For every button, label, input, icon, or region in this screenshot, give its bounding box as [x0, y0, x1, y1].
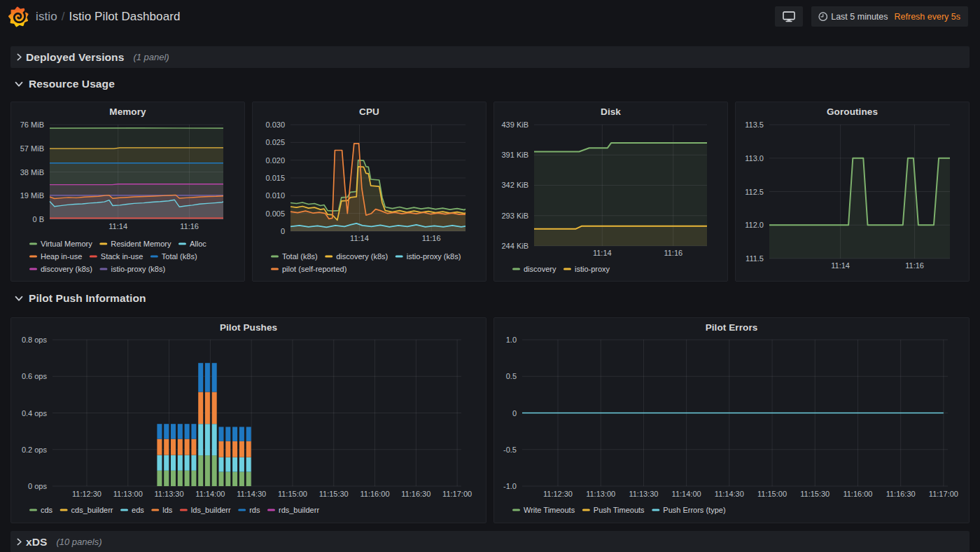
legend-item[interactable]: Total (k8s)	[282, 252, 318, 261]
y-axis-label: 0.6 ops	[22, 372, 48, 380]
legend-marker	[151, 509, 159, 511]
bar-segment-eds	[178, 455, 183, 471]
legend-item[interactable]: rds_builderr	[279, 506, 319, 514]
x-axis-label: 11:15:30	[800, 490, 830, 498]
bar-segment-cds	[239, 472, 244, 486]
legend-marker	[178, 242, 186, 244]
legend-item[interactable]: pilot (self-reported)	[282, 265, 346, 273]
x-axis-label: 11:15:00	[278, 490, 307, 498]
bar-segment-cds	[212, 455, 217, 486]
legend-item[interactable]: Resident Memory	[111, 240, 172, 248]
bar-segment-rds	[198, 363, 203, 392]
panel-pilot-pushes: Pilot Pushes 0 ops0.2 ops0.4 ops0.6 ops0…	[10, 317, 486, 523]
y-axis-label: 19 MiB	[20, 191, 44, 200]
bar-segment-rds	[225, 427, 230, 441]
top-nav: istio / Istio Pilot Dashboard Last 5 min	[0, 0, 980, 33]
y-axis-label: 0.005	[265, 209, 285, 218]
legend-marker	[60, 509, 68, 511]
row-xds[interactable]: xDS (10 panels)	[10, 531, 969, 552]
x-axis-label: 11:14	[831, 261, 850, 270]
grafana-logo[interactable]	[8, 6, 29, 27]
kiosk-mode-button[interactable]	[775, 6, 803, 27]
bar-segment-cds	[198, 455, 203, 486]
bar-segment-lds	[157, 439, 162, 455]
row-pilot-push-information[interactable]: Pilot Push Information	[10, 288, 969, 309]
legend-item[interactable]: Write Timeouts	[524, 506, 575, 514]
breadcrumb-folder[interactable]: istio	[36, 10, 57, 24]
y-axis-label: 0	[281, 227, 285, 235]
row-panel-count: (1 panel)	[133, 52, 169, 62]
row-resource-usage[interactable]: Resource Usage	[10, 74, 969, 95]
bar-segment-rds	[157, 424, 162, 439]
x-axis-label: 11:13:30	[629, 490, 658, 498]
legend-item[interactable]: discovery	[524, 265, 556, 273]
x-axis-label: 11:17:00	[442, 490, 472, 498]
legend-item[interactable]: lds_builderr	[191, 506, 231, 514]
time-range-picker[interactable]: Last 5 minutes	[811, 6, 892, 27]
bar-segment-eds	[219, 457, 224, 472]
x-axis-label: 11:14:30	[715, 490, 744, 498]
legend-item[interactable]: Virtual Memory	[41, 240, 92, 248]
legend-item[interactable]: Push Timeouts	[594, 506, 645, 514]
legend-item[interactable]: Heap in-use	[41, 252, 82, 261]
bar-segment-rds	[164, 424, 169, 439]
y-axis-label: 76 MiB	[20, 120, 44, 129]
legend-marker	[271, 268, 279, 270]
y-axis-label: 244 KiB	[501, 242, 528, 250]
y-axis-label: 0.030	[265, 120, 285, 129]
bar-segment-lds	[171, 439, 176, 455]
legend-item[interactable]: cds	[41, 506, 53, 514]
legend-marker	[29, 255, 37, 257]
chevron-down-icon	[10, 81, 29, 88]
y-axis-label: 0 ops	[28, 482, 47, 490]
refresh-label: Refresh every 5s	[895, 12, 960, 22]
row-deployed-versions[interactable]: Deployed Versions (1 panel)	[10, 46, 969, 68]
refresh-interval-button[interactable]: Refresh every 5s	[892, 6, 968, 27]
legend-marker	[99, 242, 107, 244]
legend-marker	[90, 255, 97, 257]
legend-item[interactable]: istio-proxy (k8s)	[111, 265, 165, 273]
bar-segment-eds	[239, 457, 244, 472]
legend-item[interactable]: cds_builderr	[71, 506, 113, 514]
bar-segment-lds	[178, 439, 183, 455]
x-axis-label: 11:14	[108, 222, 127, 230]
panel-title[interactable]: Pilot Pushes	[11, 318, 486, 335]
legend-item[interactable]: Push Errors (type)	[663, 506, 725, 514]
legend-item[interactable]: istio-proxy (k8s)	[407, 252, 461, 261]
breadcrumb-separator: /	[62, 10, 65, 24]
legend-item[interactable]: eds	[132, 506, 144, 514]
panel-title[interactable]: Disk	[494, 102, 727, 119]
x-axis-label: 11:15:30	[319, 490, 349, 498]
chevron-right-icon	[16, 53, 26, 62]
legend-item[interactable]: Stack in-use	[101, 252, 144, 261]
legend-item[interactable]: lds	[162, 506, 173, 514]
panel-title[interactable]: CPU	[253, 102, 486, 119]
panel-disk: Disk 244 KiB293 KiB342 KiB391 KiB439 KiB…	[493, 102, 728, 282]
legend-item[interactable]: discovery (k8s)	[41, 265, 92, 273]
y-axis-label: 293 KiB	[501, 212, 528, 220]
x-axis-label: 11:13:00	[586, 490, 615, 498]
page-title[interactable]: Istio Pilot Dashboard	[69, 10, 181, 24]
panel-title[interactable]: Memory	[11, 102, 244, 119]
panel-memory: Memory 0 B19 MiB38 MiB57 MiB76 MiB11:141…	[10, 102, 245, 282]
x-axis-label: 11:16	[422, 234, 441, 242]
bar-segment-eds	[212, 424, 217, 455]
legend-marker	[271, 255, 279, 257]
legend-item[interactable]: rds	[249, 506, 260, 514]
panel-title[interactable]: Pilot Errors	[494, 318, 969, 335]
legend-item[interactable]: istio-proxy	[575, 265, 610, 273]
bar-segment-cds	[164, 471, 169, 486]
legend-marker	[29, 509, 37, 511]
legend-item[interactable]: Alloc	[190, 240, 206, 248]
panel-title[interactable]: Goroutines	[736, 102, 969, 119]
bar-segment-cds	[225, 472, 230, 486]
legend-item[interactable]: Total (k8s)	[162, 252, 197, 261]
x-axis-label: 11:14	[593, 249, 612, 257]
legend-item[interactable]: discovery (k8s)	[336, 252, 388, 261]
monitor-icon	[783, 11, 795, 22]
panel-cpu: CPU 00.0050.0100.0150.0200.0250.03011:14…	[252, 102, 486, 282]
bar-segment-cds	[191, 471, 196, 486]
legend-marker	[150, 255, 158, 257]
y-axis-label: 0.020	[265, 156, 285, 165]
bar-segment-cds	[219, 472, 224, 486]
